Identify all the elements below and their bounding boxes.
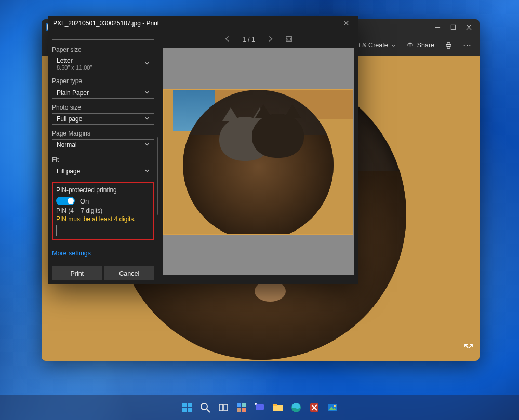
print-preview-panel: 1 / 1 xyxy=(158,31,358,284)
page-margins-label: Page Margins xyxy=(52,130,154,137)
explorer-icon[interactable] xyxy=(271,400,285,415)
svg-point-14 xyxy=(201,403,207,410)
maximize-button[interactable] xyxy=(445,20,461,34)
svg-line-7 xyxy=(465,345,468,348)
svg-rect-21 xyxy=(242,408,246,412)
svg-rect-25 xyxy=(273,404,277,406)
chevron-down-icon xyxy=(144,168,150,175)
cancel-button[interactable]: Cancel xyxy=(104,266,155,280)
svg-point-23 xyxy=(255,403,257,405)
svg-rect-12 xyxy=(182,408,187,412)
print-dialog: PXL_20210501_030025107.jpg - Print ✕ Pap… xyxy=(48,16,358,284)
chevron-down-icon xyxy=(144,89,150,97)
paper-size-label: Paper size xyxy=(52,46,154,53)
svg-rect-17 xyxy=(224,404,228,411)
next-page-icon[interactable] xyxy=(267,35,274,44)
close-button[interactable] xyxy=(461,20,476,34)
pin-input[interactable] xyxy=(56,225,150,236)
photo-size-select[interactable]: Full page xyxy=(52,113,154,125)
page-margins-value: Normal xyxy=(57,141,77,148)
search-icon[interactable] xyxy=(198,400,212,415)
fullscreen-icon[interactable] xyxy=(464,344,473,355)
more-settings-link[interactable]: More settings xyxy=(52,250,154,257)
photo-size-value: Full page xyxy=(57,115,82,123)
svg-rect-6 xyxy=(447,42,450,44)
print-settings-panel: Paper size Letter 8.50" x 11.00" Paper t… xyxy=(48,31,158,284)
fit-value: Fill page xyxy=(57,168,80,175)
taskbar xyxy=(0,395,519,420)
share-label: Share xyxy=(417,42,434,49)
paper-type-value: Plain Paper xyxy=(57,89,89,97)
print-dialog-title: PXL_20210501_030025107.jpg - Print xyxy=(53,20,159,27)
paper-size-select[interactable]: Letter 8.50" x 11.00" xyxy=(52,56,154,73)
print-button[interactable] xyxy=(445,42,453,49)
close-icon[interactable]: ✕ xyxy=(339,17,353,30)
settings-scrollbar[interactable] xyxy=(157,137,158,215)
edge-icon[interactable] xyxy=(289,400,303,415)
chat-icon[interactable] xyxy=(252,400,267,415)
svg-rect-13 xyxy=(188,408,192,412)
preview-page xyxy=(163,48,354,275)
print-dialog-titlebar: PXL_20210501_030025107.jpg - Print ✕ xyxy=(48,16,358,31)
paper-type-label: Paper type xyxy=(52,77,154,85)
preview-nav: 1 / 1 xyxy=(158,31,358,48)
svg-point-32 xyxy=(334,405,336,407)
start-icon[interactable] xyxy=(180,400,194,415)
page-current: 1 xyxy=(243,36,246,43)
svg-rect-1 xyxy=(451,25,455,29)
svg-rect-20 xyxy=(237,408,241,412)
more-button[interactable]: ⋯ xyxy=(463,40,472,50)
prev-page-icon[interactable] xyxy=(224,35,231,44)
widgets-icon[interactable] xyxy=(234,400,249,415)
svg-line-8 xyxy=(469,345,472,348)
fit-label: Fit xyxy=(52,156,154,164)
fit-screen-icon[interactable] xyxy=(285,35,292,44)
pin-toggle[interactable] xyxy=(56,197,75,205)
pin-toggle-state: On xyxy=(80,197,89,205)
page-total: 1 xyxy=(251,36,255,43)
photos-icon[interactable] xyxy=(325,400,340,415)
pin-hint: PIN (4 – 7 digits) xyxy=(56,207,150,214)
svg-rect-16 xyxy=(219,404,223,411)
svg-rect-18 xyxy=(237,403,241,407)
chevron-down-icon xyxy=(144,141,150,148)
print-button[interactable]: Print xyxy=(52,266,102,280)
page-sep: / xyxy=(248,36,249,43)
pin-section-label: PIN-protected printing xyxy=(56,186,150,194)
svg-rect-10 xyxy=(182,403,187,407)
fit-select[interactable]: Fill page xyxy=(52,166,154,177)
svg-rect-5 xyxy=(447,46,450,48)
svg-rect-19 xyxy=(242,403,246,407)
previous-setting-partial[interactable] xyxy=(52,32,154,40)
page-margins-select[interactable]: Normal xyxy=(52,139,154,151)
snip-icon[interactable] xyxy=(307,400,322,415)
paper-size-sub: 8.50" x 11.00" xyxy=(57,64,92,71)
chevron-down-icon xyxy=(144,115,150,123)
svg-line-15 xyxy=(207,409,210,412)
photo-size-label: Photo size xyxy=(52,104,154,111)
pin-error: PIN must be at least 4 digits. xyxy=(56,215,150,223)
svg-rect-22 xyxy=(256,404,264,410)
pin-protected-section: PIN-protected printing On PIN (4 – 7 dig… xyxy=(52,182,154,240)
paper-size-value: Letter xyxy=(57,57,73,64)
chevron-down-icon xyxy=(144,60,150,67)
svg-rect-11 xyxy=(188,403,192,407)
minimize-button[interactable] xyxy=(430,20,445,34)
paper-type-select[interactable]: Plain Paper xyxy=(52,87,154,98)
share-button[interactable]: Share xyxy=(406,42,434,49)
task-view-icon[interactable] xyxy=(216,400,231,415)
